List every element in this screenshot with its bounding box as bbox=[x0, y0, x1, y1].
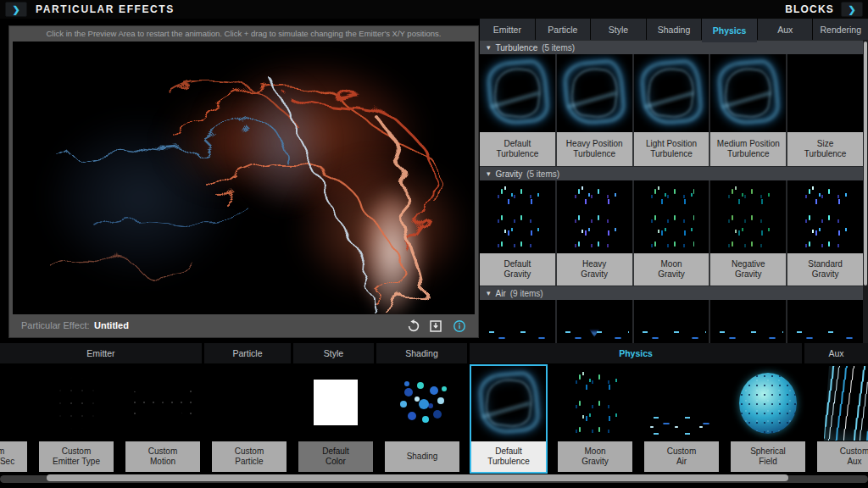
label-line: Gravity bbox=[504, 269, 531, 280]
label-line: Aux bbox=[847, 457, 861, 467]
block-custom-aux[interactable]: Custom Aux bbox=[817, 366, 868, 472]
block-custom-motion[interactable]: Custom Motion bbox=[125, 366, 200, 472]
preset-label[interactable]: Standard Gravity bbox=[787, 253, 863, 286]
collapse-presets-panel-button[interactable]: ❯ bbox=[5, 2, 27, 17]
block-default-turbulence-selected[interactable]: Default Turbulence bbox=[471, 366, 546, 472]
block-custom-emitter-type[interactable]: Custom Emitter Type bbox=[39, 366, 114, 472]
label-line: Medium Position bbox=[717, 139, 780, 149]
label-line: Custom bbox=[235, 446, 264, 457]
tab-physics[interactable]: Physics bbox=[702, 19, 757, 42]
tab-emitter[interactable]: Emitter bbox=[480, 19, 535, 40]
preset-thumb-air[interactable] bbox=[480, 300, 555, 343]
label-line: Particle bbox=[235, 457, 263, 467]
label-line: Field bbox=[759, 457, 777, 467]
section-header-turbulence[interactable]: ▾ Turbulence (5 items) bbox=[480, 40, 863, 54]
label-line: Spherical bbox=[750, 446, 786, 457]
horizontal-scrollbar-thumb[interactable] bbox=[47, 474, 788, 481]
preset-thumb-default-gravity[interactable] bbox=[480, 180, 555, 253]
block-moon-gravity[interactable]: Moon Gravity bbox=[558, 366, 632, 472]
preset-thumb-air[interactable] bbox=[710, 300, 786, 343]
blocks-tiles: Custom Particles/Sec Custom Emitter Type… bbox=[0, 366, 868, 474]
preview-canvas[interactable] bbox=[13, 42, 475, 314]
block-label: Custom Aux bbox=[817, 441, 868, 472]
preset-thumb-light-position-turbulence[interactable] bbox=[634, 54, 709, 132]
block-label: Shading bbox=[385, 441, 459, 472]
tab-particle[interactable]: Particle bbox=[536, 19, 591, 40]
block-default-color[interactable]: Default Color bbox=[298, 366, 373, 472]
effect-label: Particular Effect: bbox=[21, 314, 90, 337]
presets-content: ▾ Turbulence (5 items) Default Turbulenc… bbox=[480, 40, 863, 343]
preset-thumb-air[interactable] bbox=[557, 300, 632, 343]
section-header-gravity[interactable]: ▾ Gravity (5 items) bbox=[480, 166, 863, 180]
tab-rendering[interactable]: Rendering bbox=[813, 19, 868, 40]
block-label: Custom Particle bbox=[212, 441, 287, 472]
preset-thumb-negative-gravity[interactable] bbox=[710, 180, 786, 253]
label-line: Gravity bbox=[735, 269, 762, 280]
expand-blocks-panel-button[interactable]: ❯ bbox=[841, 2, 863, 17]
preset-thumb-heavy-position-turbulence[interactable] bbox=[557, 54, 632, 132]
preset-label[interactable]: Medium Position Turbulence bbox=[710, 132, 786, 166]
label-line: Default bbox=[322, 446, 349, 457]
tab-shading[interactable]: Shading bbox=[647, 19, 702, 40]
blocks-tab-style[interactable]: Style bbox=[293, 343, 374, 363]
label-line: Heavy bbox=[582, 259, 606, 269]
particular-designer-window: ❯ PARTICULAR EFFECTS BLOCKS ❯ Click in t… bbox=[0, 0, 868, 488]
section-header-air[interactable]: ▾ Air (9 items) bbox=[480, 286, 863, 300]
blocks-tab-shading[interactable]: Shading bbox=[376, 343, 467, 363]
preset-label[interactable]: Size Turbulence bbox=[787, 132, 863, 166]
preset-thumb-medium-position-turbulence[interactable] bbox=[710, 54, 786, 132]
block-thumbnail bbox=[558, 366, 632, 441]
presets-tab-bar: Emitter Particle Style Shading Physics A… bbox=[480, 19, 868, 40]
block-thumbnail bbox=[644, 366, 719, 441]
info-icon[interactable] bbox=[453, 319, 466, 333]
block-spherical-field[interactable]: Spherical Field bbox=[731, 366, 805, 472]
tab-aux[interactable]: Aux bbox=[758, 19, 813, 40]
preset-label[interactable]: Heavy Gravity bbox=[557, 253, 632, 286]
preset-thumb-moon-gravity[interactable] bbox=[634, 180, 709, 253]
section-title: Gravity bbox=[496, 169, 523, 179]
blocks-tab-emitter[interactable]: Emitter bbox=[0, 343, 202, 363]
preset-thumb-air[interactable] bbox=[787, 300, 863, 343]
blocks-strip: Emitter Particle Style Shading Physics A… bbox=[0, 343, 868, 488]
block-custom-particles-sec[interactable]: Custom Particles/Sec bbox=[0, 366, 27, 472]
tab-style[interactable]: Style bbox=[591, 19, 646, 40]
label-line: Standard bbox=[808, 259, 843, 269]
preset-thumb-standard-gravity[interactable] bbox=[787, 180, 863, 253]
vertical-scrollbar-thumb[interactable] bbox=[864, 42, 867, 286]
label-line: Light Position bbox=[646, 139, 697, 149]
presets-panel: Emitter Particle Style Shading Physics A… bbox=[480, 19, 868, 343]
reset-icon[interactable] bbox=[407, 319, 420, 333]
blocks-tab-particle[interactable]: Particle bbox=[204, 343, 291, 363]
block-custom-particle[interactable]: Custom Particle bbox=[212, 366, 287, 472]
blocks-tab-physics[interactable]: Physics bbox=[470, 343, 802, 363]
label-line: Gravity bbox=[581, 269, 608, 280]
preset-label[interactable]: Heavy Position Turbulence bbox=[557, 132, 632, 166]
label-line: Moon bbox=[660, 259, 682, 269]
preset-label[interactable]: Default Gravity bbox=[480, 253, 555, 286]
label-line: Default bbox=[495, 446, 522, 457]
preset-thumb-size-turbulence[interactable] bbox=[787, 54, 863, 132]
section-title: Air bbox=[496, 289, 506, 298]
preset-label[interactable]: Light Position Turbulence bbox=[634, 132, 709, 166]
label-line: Custom bbox=[62, 446, 91, 457]
blocks-tab-aux[interactable]: Aux bbox=[804, 343, 868, 363]
preset-thumb-air[interactable] bbox=[634, 300, 709, 343]
label-line: Default bbox=[504, 139, 531, 149]
top-bar: ❯ PARTICULAR EFFECTS BLOCKS ❯ bbox=[0, 0, 868, 19]
save-preset-icon[interactable] bbox=[429, 319, 442, 333]
triangle-down-icon: ▾ bbox=[487, 169, 491, 178]
block-label: Default Turbulence bbox=[471, 441, 546, 472]
label-line: Turbulence bbox=[804, 149, 847, 159]
block-thumbnail bbox=[298, 366, 373, 441]
gravity-labels: Default Gravity Heavy Gravity Moon Gravi… bbox=[480, 253, 863, 286]
preset-thumb-default-turbulence[interactable] bbox=[480, 54, 555, 132]
preset-thumb-heavy-gravity[interactable] bbox=[557, 180, 632, 253]
preset-label[interactable]: Negative Gravity bbox=[710, 253, 786, 286]
preset-label[interactable]: Default Turbulence bbox=[480, 132, 555, 166]
section-count: (9 items) bbox=[510, 289, 543, 298]
block-custom-air[interactable]: Custom Air bbox=[644, 366, 719, 472]
preset-label[interactable]: Moon Gravity bbox=[634, 253, 709, 286]
block-label: Custom Particles/Sec bbox=[0, 441, 27, 472]
block-shading[interactable]: Shading bbox=[385, 366, 459, 472]
block-thumbnail bbox=[125, 366, 200, 441]
